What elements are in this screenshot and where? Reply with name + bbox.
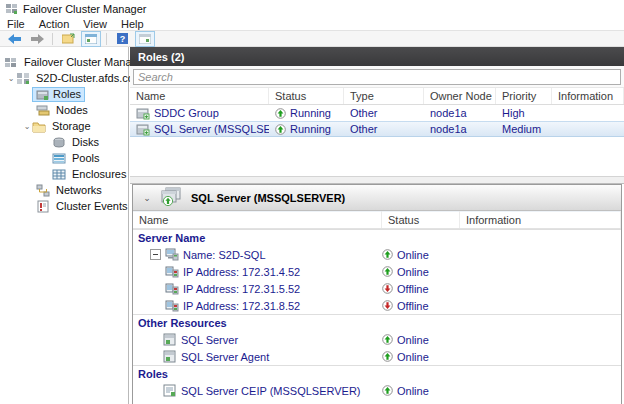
chevron-down-icon[interactable]: ⌄ bbox=[6, 74, 16, 83]
cluster-events-icon bbox=[36, 200, 50, 213]
tree-selection: Roles bbox=[32, 87, 85, 102]
toolbar-separator bbox=[52, 33, 53, 45]
details-header: ⌄ SQL Server (MSSQLSERVER) bbox=[133, 185, 621, 211]
search-bar bbox=[130, 66, 624, 88]
tree-item-root[interactable]: Failover Cluster Manager bbox=[0, 54, 128, 70]
collapse-box-icon[interactable] bbox=[150, 249, 161, 260]
ip-address-icon bbox=[165, 299, 179, 312]
resource-name: SQL Server CEIP (MSSQLSERVER) bbox=[181, 385, 361, 397]
role-priority: High bbox=[496, 107, 552, 119]
pools-icon bbox=[52, 152, 66, 165]
column-header-status[interactable]: Status bbox=[269, 88, 344, 104]
column-header-owner-node[interactable]: Owner Node bbox=[424, 88, 496, 104]
resource-name: IP Address: 172.31.4.52 bbox=[183, 266, 300, 278]
resource-row[interactable]: Name: S2D-SQL Online bbox=[133, 246, 621, 263]
status-running-icon bbox=[275, 108, 286, 119]
status-running-icon bbox=[275, 124, 286, 135]
sql-server-resource-icon bbox=[163, 333, 177, 346]
disks-icon bbox=[52, 136, 66, 149]
back-icon[interactable] bbox=[4, 31, 24, 47]
role-type: Other bbox=[344, 123, 424, 135]
group-name: Other Resources bbox=[133, 317, 382, 329]
column-header-information[interactable]: Information bbox=[552, 88, 624, 104]
role-owner-node: node1a bbox=[424, 123, 496, 135]
status-online-icon bbox=[382, 385, 393, 396]
network-name-icon bbox=[165, 248, 179, 261]
roles-column-headers: Name Status Type Owner Node Priority Inf… bbox=[130, 88, 624, 105]
tree-item-label: Nodes bbox=[53, 104, 91, 116]
role-row[interactable]: SDDC Group Running Other node1a High bbox=[130, 105, 624, 121]
resource-status: Offline bbox=[397, 283, 429, 295]
role-type: Other bbox=[344, 107, 424, 119]
sql-server-agent-icon bbox=[163, 350, 177, 363]
resource-row[interactable]: SQL Server Online bbox=[133, 331, 621, 348]
toolbar-separator bbox=[106, 33, 107, 45]
app-icon bbox=[5, 2, 18, 15]
tree-item-roles[interactable]: Roles bbox=[0, 86, 128, 102]
resource-row[interactable]: IP Address: 172.31.5.52 Offline bbox=[133, 280, 621, 297]
ceip-resource-icon bbox=[163, 384, 177, 397]
status-online-icon bbox=[382, 351, 393, 362]
resource-status: Online bbox=[397, 351, 429, 363]
role-owner-node: node1a bbox=[424, 107, 496, 119]
resource-status: Online bbox=[397, 385, 429, 397]
resource-status: Online bbox=[397, 266, 429, 278]
role-row-selected[interactable]: SQL Server (MSSQLSERVER) Running Other n… bbox=[130, 121, 624, 137]
status-offline-icon bbox=[382, 300, 393, 311]
tree-item-nodes[interactable]: Nodes bbox=[0, 102, 128, 118]
tree-item-label: Networks bbox=[53, 184, 105, 196]
tree-item-cluster[interactable]: ⌄ S2D-Cluster.afds.corp bbox=[0, 70, 128, 86]
svg-text:?: ? bbox=[119, 34, 125, 44]
collapse-chevron-icon[interactable]: ⌄ bbox=[141, 193, 153, 203]
tree-item-pools[interactable]: Pools bbox=[0, 150, 128, 166]
console-tree-icon[interactable] bbox=[81, 31, 101, 47]
horizontal-splitter[interactable] bbox=[130, 176, 624, 184]
forward-icon[interactable] bbox=[27, 31, 47, 47]
roles-icon bbox=[36, 88, 50, 101]
toolbar: ? bbox=[0, 31, 624, 47]
results-pane: Roles (2) Name Status Type Owner Node Pr… bbox=[130, 47, 624, 404]
tree-item-networks[interactable]: Networks bbox=[0, 182, 128, 198]
tree-item-cluster-events[interactable]: Cluster Events bbox=[0, 198, 128, 214]
roles-panel-header: Roles (2) bbox=[130, 47, 624, 66]
chevron-down-icon[interactable]: ⌄ bbox=[22, 122, 32, 131]
tree-item-disks[interactable]: Disks bbox=[0, 134, 128, 150]
status-online-icon bbox=[382, 334, 393, 345]
resource-status: Online bbox=[397, 249, 429, 261]
tree-item-label: Enclosures bbox=[69, 168, 129, 180]
export-list-icon[interactable] bbox=[58, 31, 78, 47]
cluster-manager-icon bbox=[4, 56, 18, 69]
column-header-status[interactable]: Status bbox=[382, 211, 460, 228]
role-name: SDDC Group bbox=[154, 107, 219, 119]
role-name: SQL Server (MSSQLSERVER) bbox=[154, 123, 269, 135]
resource-name: SQL Server bbox=[181, 334, 238, 346]
details-title: SQL Server (MSSQLSERVER) bbox=[191, 192, 345, 204]
role-priority: Medium bbox=[496, 123, 552, 135]
column-header-type[interactable]: Type bbox=[344, 88, 424, 104]
group-name: Roles bbox=[133, 368, 382, 380]
resource-status: Offline bbox=[397, 300, 429, 312]
column-header-priority[interactable]: Priority bbox=[496, 88, 552, 104]
menu-file[interactable]: File bbox=[0, 17, 32, 30]
menu-view[interactable]: View bbox=[76, 17, 114, 30]
sql-role-icon bbox=[160, 187, 184, 209]
tree-item-label: Roles bbox=[53, 88, 81, 100]
resource-row[interactable]: IP Address: 172.31.4.52 Online bbox=[133, 263, 621, 280]
tree-item-enclosures[interactable]: Enclosures bbox=[0, 166, 128, 182]
resource-row[interactable]: SQL Server CEIP (MSSQLSERVER) Online bbox=[133, 382, 621, 399]
column-header-name[interactable]: Name bbox=[133, 211, 382, 228]
menu-help[interactable]: Help bbox=[114, 17, 151, 30]
search-input[interactable] bbox=[133, 69, 621, 85]
column-header-name[interactable]: Name bbox=[130, 88, 269, 104]
status-offline-icon bbox=[382, 283, 393, 294]
tree-item-storage[interactable]: ⌄ Storage bbox=[0, 118, 128, 134]
main-content: Failover Cluster Manager ⌄ S2D-Cluster.a… bbox=[0, 47, 624, 404]
help-icon[interactable]: ? bbox=[112, 31, 132, 47]
resource-row[interactable]: SQL Server Agent Online bbox=[133, 348, 621, 365]
menu-action[interactable]: Action bbox=[32, 17, 77, 30]
column-header-information[interactable]: Information bbox=[460, 211, 621, 228]
status-online-icon bbox=[382, 266, 393, 277]
enclosures-icon bbox=[52, 168, 66, 181]
resource-row[interactable]: IP Address: 172.31.8.52 Offline bbox=[133, 297, 621, 314]
action-pane-icon[interactable] bbox=[135, 31, 155, 47]
